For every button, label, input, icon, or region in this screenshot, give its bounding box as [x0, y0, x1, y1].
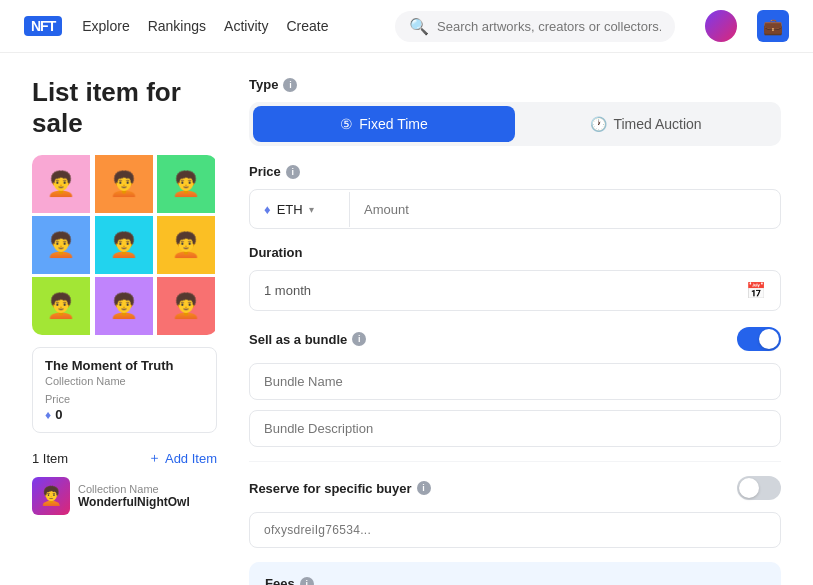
currency-label: ETH [277, 202, 303, 217]
bundle-row: Sell as a bundle i [249, 327, 781, 351]
toggle-knob [759, 329, 779, 349]
right-panel: Type i ⑤ Fixed Time 🕐 Timed Auction Pric… [249, 77, 781, 585]
chevron-down-icon: ▾ [309, 204, 314, 215]
reserve-info-icon: i [417, 481, 431, 495]
nft-cell: 🧑‍🦱 [157, 277, 215, 335]
nav-activity[interactable]: Activity [224, 18, 268, 34]
nav-rankings[interactable]: Rankings [148, 18, 206, 34]
nft-cell: 🧑‍🦱 [32, 155, 90, 213]
page-title: List item for sale [32, 77, 217, 139]
items-count: 1 Item [32, 451, 68, 466]
nft-cell: 🧑‍🦱 [157, 155, 215, 213]
bundle-desc-input[interactable] [249, 410, 781, 447]
calendar-icon: 📅 [746, 281, 766, 300]
nft-info-card: The Moment of Truth Collection Name Pric… [32, 347, 217, 433]
main-content: List item for sale 🧑‍🦱🧑‍🦱🧑‍🦱🧑‍🦱🧑‍🦱🧑‍🦱🧑‍🦱… [0, 53, 813, 585]
items-header: 1 Item ＋ Add Item [32, 449, 217, 467]
reserve-label: Reserve for specific buyer i [249, 481, 431, 496]
fees-box: Fees i Service Fee 2.5% [249, 562, 781, 585]
nav-create[interactable]: Create [286, 18, 328, 34]
avatar[interactable] [705, 10, 737, 42]
nft-cell: 🧑‍🦱 [95, 155, 153, 213]
bundle-label: Sell as a bundle i [249, 332, 366, 347]
price-label: Price i [249, 164, 781, 179]
wallet-icon[interactable]: 💼 [757, 10, 789, 42]
price-row: ♦ ETH ▾ [249, 189, 781, 229]
type-toggle: ⑤ Fixed Time 🕐 Timed Auction [249, 102, 781, 146]
duration-value: 1 month [264, 283, 311, 298]
nft-cell: 🧑‍🦱 [32, 216, 90, 274]
fixed-time-button[interactable]: ⑤ Fixed Time [253, 106, 515, 142]
logo: NFT [24, 16, 62, 36]
nft-price: ♦ 0 [45, 407, 204, 422]
price-info-icon: i [286, 165, 300, 179]
toggle-knob-reserve [739, 478, 759, 498]
search-bar: 🔍 [395, 11, 675, 42]
fixed-time-icon: ⑤ [340, 116, 353, 132]
nav-explore[interactable]: Explore [82, 18, 129, 34]
nft-grid: 🧑‍🦱🧑‍🦱🧑‍🦱🧑‍🦱🧑‍🦱🧑‍🦱🧑‍🦱🧑‍🦱🧑‍🦱 [32, 155, 217, 335]
duration-selector[interactable]: 1 month 📅 [249, 270, 781, 311]
currency-selector[interactable]: ♦ ETH ▾ [250, 192, 350, 227]
navbar: NFT Explore Rankings Activity Create 🔍 💼 [0, 0, 813, 53]
nft-name: The Moment of Truth [45, 358, 204, 373]
nft-cell: 🧑‍🦱 [95, 216, 153, 274]
type-info-icon: i [283, 78, 297, 92]
reserve-toggle[interactable] [737, 476, 781, 500]
nft-cell: 🧑‍🦱 [157, 216, 215, 274]
type-label: Type i [249, 77, 781, 92]
bundle-info-icon: i [352, 332, 366, 346]
item-info: Collection Name WonderfulNightOwl [78, 483, 190, 509]
nft-cell: 🧑‍🦱 [95, 277, 153, 335]
add-item-label: Add Item [165, 451, 217, 466]
nav-links: Explore Rankings Activity Create [82, 18, 328, 34]
search-icon: 🔍 [409, 17, 429, 36]
item-name: WonderfulNightOwl [78, 495, 190, 509]
fees-info-icon: i [300, 577, 314, 586]
bundle-toggle[interactable] [737, 327, 781, 351]
divider [249, 461, 781, 462]
reserve-row: Reserve for specific buyer i [249, 476, 781, 500]
fixed-time-label: Fixed Time [359, 116, 427, 132]
eth-diamond-icon: ♦ [264, 202, 271, 217]
left-panel: List item for sale 🧑‍🦱🧑‍🦱🧑‍🦱🧑‍🦱🧑‍🦱🧑‍🦱🧑‍🦱… [32, 77, 217, 585]
nft-price-value: 0 [55, 407, 62, 422]
bundle-name-input[interactable] [249, 363, 781, 400]
nft-cell: 🧑‍🦱 [32, 277, 90, 335]
duration-label: Duration [249, 245, 781, 260]
add-item-button[interactable]: ＋ Add Item [148, 449, 217, 467]
timed-auction-button[interactable]: 🕐 Timed Auction [515, 106, 777, 142]
price-input[interactable] [364, 202, 766, 217]
list-item: 🧑‍🦱 Collection Name WonderfulNightOwl [32, 477, 217, 515]
timed-auction-label: Timed Auction [613, 116, 701, 132]
nft-collection: Collection Name [45, 375, 204, 387]
timed-auction-icon: 🕐 [590, 116, 607, 132]
reserve-address-input[interactable] [249, 512, 781, 548]
nft-price-label: Price [45, 393, 204, 405]
fees-header: Fees i [265, 576, 765, 585]
search-input[interactable] [437, 19, 661, 34]
item-thumbnail: 🧑‍🦱 [32, 477, 70, 515]
price-input-wrapper [350, 190, 780, 228]
eth-icon: ♦ [45, 408, 51, 422]
plus-icon: ＋ [148, 449, 161, 467]
item-collection: Collection Name [78, 483, 190, 495]
